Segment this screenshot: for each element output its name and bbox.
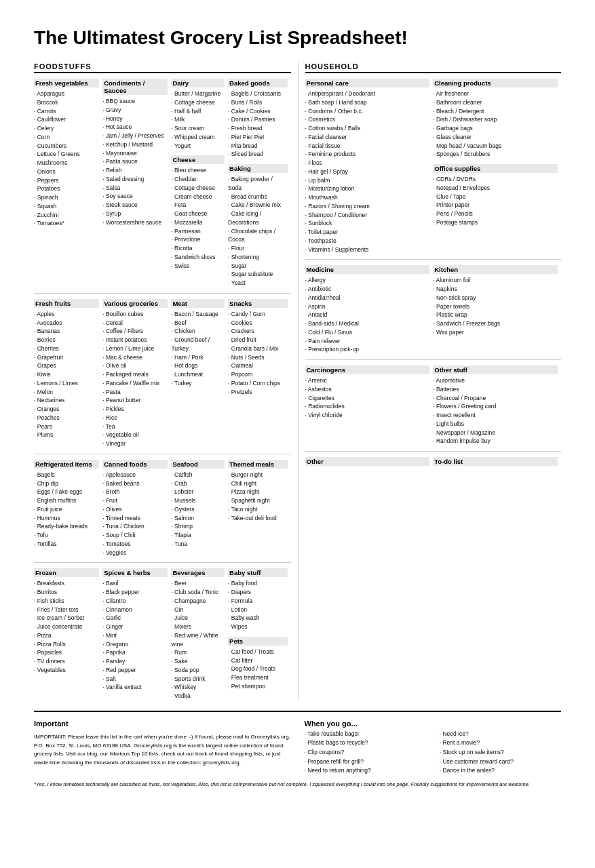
footnote: *Yes, I know tomatoes technically are cl… (34, 781, 561, 787)
list-item: Ice cream / Sorbet (34, 614, 99, 623)
seafood-list: CatfishCrabLobsterMusselsOystersSalmonSh… (171, 471, 225, 549)
list-item: Squash (34, 202, 99, 211)
list-item: Random impulse buy (433, 437, 558, 446)
fresh-veg-header: Fresh vegetables (34, 79, 99, 87)
various-header: Various groceries (102, 299, 168, 308)
list-item: Fruit juice (34, 505, 99, 514)
list-item: Aluminum foil (433, 276, 558, 285)
list-item: Apples (34, 310, 99, 319)
baking-list: Baking powder / SodaBread crumbsCake / B… (228, 175, 287, 288)
foodstuffs-header: FOODSTUFFS (34, 62, 291, 73)
list-item: Buns / Rolls (228, 98, 287, 107)
list-item: Dried fruit (228, 336, 287, 344)
seafood-header: Seafood (171, 460, 225, 469)
list-item: Whiskey (171, 683, 225, 692)
list-item: Flea treatment (228, 673, 287, 682)
list-item: Garlic (102, 614, 168, 623)
list-item: BBQ sauce (102, 97, 168, 106)
list-item: Toilet paper (305, 228, 430, 237)
list-item: Allergy (305, 276, 430, 285)
list-item: Non-stick spray (433, 294, 558, 302)
list-item: Broth (102, 488, 168, 496)
when-item: Plastic bags to recycle? (305, 738, 426, 748)
list-item: Automotive (433, 376, 558, 385)
list-item: Bagels (34, 471, 99, 479)
list-item: Cake / Cookies (228, 107, 287, 116)
list-item: Ginger (102, 623, 168, 631)
dairy-header: Dairy (171, 79, 225, 87)
list-item: Cotton swabs / Balls (305, 124, 430, 133)
list-item: Vitamins / Supplements (305, 245, 430, 254)
list-item: Turkey (171, 379, 225, 388)
list-item: Tilapia (171, 531, 225, 540)
list-item: Shortening (228, 253, 287, 262)
list-item: Toothpaste (305, 237, 430, 245)
list-item: Lobster (171, 488, 225, 496)
list-item: Oatmeal (228, 361, 287, 370)
list-item: Take-out deli food (228, 514, 287, 523)
list-item: Celery (34, 124, 99, 133)
list-item: Granola bars / Mix (228, 344, 287, 353)
list-item: Paprika (102, 648, 168, 657)
list-item: Pet shampoo (228, 682, 287, 691)
list-item: Cigarettes (305, 394, 430, 403)
list-item: Peaches (34, 414, 99, 422)
list-item: Gin (171, 606, 225, 614)
list-item: Fish sticks (34, 597, 99, 606)
list-item: Fries / Tater tots (34, 606, 99, 614)
list-item: Bouillon cubes (102, 310, 168, 319)
list-item: Pens / Pencils (433, 210, 558, 218)
list-item: Sliced bread (228, 150, 287, 159)
list-item: Pretzels (228, 388, 287, 397)
list-item: Taco night (228, 505, 287, 514)
list-item: Ketchup / Mustard (102, 140, 168, 149)
baby-header: Baby stuff (228, 568, 287, 577)
pets-list: Cat food / TreatsCat litterDog food / Tr… (228, 648, 287, 691)
list-item: Hot sauce (102, 123, 168, 132)
list-item: Vodka (171, 692, 225, 701)
list-item: Dish / Dishwasher soap (433, 115, 558, 124)
list-item: Notepad / Envelopes (433, 184, 558, 193)
baked-list: Bagels / CroissantsBuns / RollsCake / Co… (228, 90, 287, 159)
list-item: Melon (34, 388, 99, 397)
list-item: Charcoal / Propane (433, 394, 558, 403)
list-item: Worcestershire sauce (102, 218, 168, 227)
cleaning-list: Air freshenerBathroom cleanerBleach / De… (433, 90, 558, 159)
fresh-veg-list: AsparagusBroccoliCarrotsCauliflowerCeler… (34, 90, 99, 228)
other-header: Other (305, 457, 430, 466)
list-item: Rice (102, 414, 168, 422)
list-item: Cake icing / Decorations (228, 210, 287, 227)
list-item: Baked beans (102, 479, 168, 488)
list-item: Cake / Brownie mix (228, 201, 287, 210)
household-header: HOUSEHOLD (305, 62, 562, 73)
baking-header: Baking (228, 164, 287, 173)
list-item: Pasta sauce (102, 157, 168, 166)
themed-header: Themed meals (228, 460, 287, 469)
list-item: Red wine / White wine (171, 631, 225, 649)
list-item: Tea (102, 422, 168, 431)
when-item: Propane refill for grill? (305, 757, 426, 767)
list-item: Yeast (228, 279, 287, 288)
list-item: Ground beef / Turkey (171, 336, 225, 353)
list-item: Facial cleanser (305, 133, 430, 142)
list-item: Pain reliever (305, 337, 430, 346)
list-item: Champagne (171, 597, 225, 606)
cheese-header: Cheese (171, 155, 225, 164)
list-item: Pizza night (228, 488, 287, 496)
list-item: Prescription pick-up (305, 345, 430, 354)
list-item: Club soda / Tonic (171, 588, 225, 597)
list-item: Parmesan (171, 227, 225, 236)
list-item: Ricotta (171, 244, 225, 253)
list-item: Beer (171, 579, 225, 588)
list-item: Goat cheese (171, 210, 225, 218)
canned-header: Canned foods (102, 460, 168, 469)
list-item: Chicken (171, 327, 225, 336)
list-item: Soda pop (171, 666, 225, 675)
list-item: Sunblock (305, 219, 430, 228)
list-item: Salsa (102, 184, 168, 193)
list-item: Crab (171, 479, 225, 488)
list-item: Air freshener (433, 90, 558, 98)
list-item: Cat food / Treats (228, 648, 287, 656)
list-item: Bath soap / Hand soap (305, 98, 430, 107)
list-item: Antidiarrheal (305, 294, 430, 302)
